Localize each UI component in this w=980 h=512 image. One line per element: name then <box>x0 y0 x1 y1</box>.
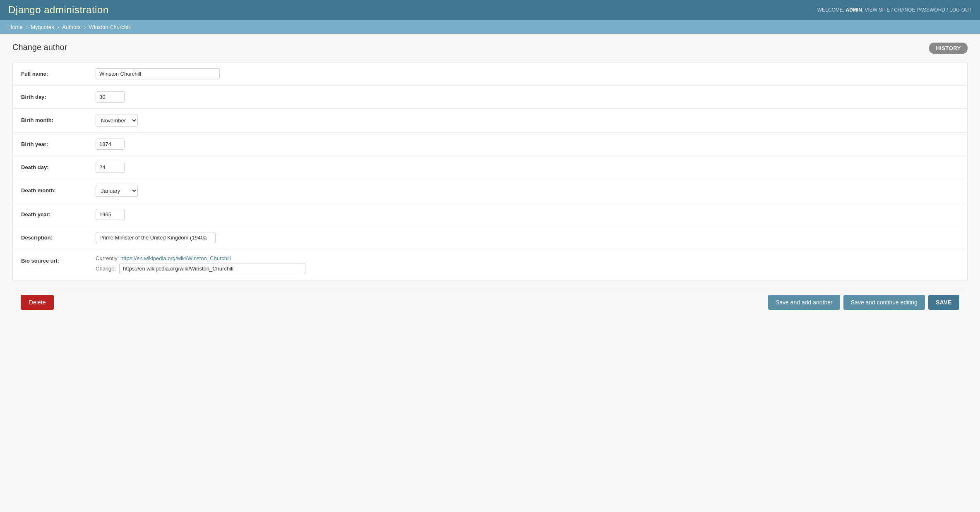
full-name-input[interactable] <box>96 68 220 79</box>
death-month-label: Death month: <box>21 185 96 194</box>
breadcrumb-authors[interactable]: Authors <box>62 24 81 30</box>
bio-currently-link[interactable]: https://en.wikipedia.org/wiki/Winston_Ch… <box>120 255 231 261</box>
save-add-another-button[interactable]: Save and add another <box>768 295 840 310</box>
description-label: Description: <box>21 232 96 241</box>
delete-button[interactable]: Delete <box>21 295 54 310</box>
death-month-row: Death month: JanuaryFebruaryMarchAprilMa… <box>13 179 967 203</box>
view-site-link[interactable]: VIEW SITE <box>865 7 890 13</box>
birth-month-field: JanuaryFebruaryMarchAprilMayJuneJulyAugu… <box>96 115 959 127</box>
bio-currently-label: Currently: <box>96 255 119 261</box>
history-button[interactable]: HISTORY <box>929 43 968 54</box>
description-row: Description: <box>13 226 967 249</box>
birth-year-label: Birth year: <box>21 139 96 147</box>
birth-month-select[interactable]: JanuaryFebruaryMarchAprilMayJuneJulyAugu… <box>96 115 138 127</box>
welcome-text: WELCOME, <box>817 7 846 13</box>
page-title: Change author <box>12 43 67 52</box>
user-tools: WELCOME, ADMIN. VIEW SITE / CHANGE PASSW… <box>817 7 972 13</box>
page-title-row: Change author HISTORY <box>12 43 968 54</box>
branding: Django administration <box>8 4 109 16</box>
breadcrumb-home[interactable]: Home <box>8 24 23 30</box>
death-day-label: Death day: <box>21 162 96 170</box>
content-main: Change author HISTORY Full name: Birth d… <box>0 34 980 324</box>
death-month-field: JanuaryFebruaryMarchAprilMayJuneJulyAugu… <box>96 185 959 197</box>
full-name-field <box>96 68 959 79</box>
change-password-link[interactable]: CHANGE PASSWORD <box>894 7 945 13</box>
brand-link[interactable]: Django administration <box>8 4 109 15</box>
birth-month-row: Birth month: JanuaryFebruaryMarchAprilMa… <box>13 109 967 133</box>
save-continue-editing-button[interactable]: Save and continue editing <box>843 295 925 310</box>
breadcrumb-current: Winston Churchill <box>89 24 131 30</box>
save-buttons: Save and add another Save and continue e… <box>768 295 959 310</box>
save-button[interactable]: SAVE <box>928 295 959 310</box>
full-name-row: Full name: <box>13 62 967 86</box>
death-month-select[interactable]: JanuaryFebruaryMarchAprilMayJuneJulyAugu… <box>96 185 138 197</box>
birth-year-field <box>96 139 959 150</box>
bio-source-url-row: Bio source url: Currently: https://en.wi… <box>13 249 967 280</box>
bio-url-input[interactable] <box>119 263 305 274</box>
bio-change-label: Change: <box>96 266 116 272</box>
bio-currently-row: Currently: https://en.wikipedia.org/wiki… <box>96 255 959 261</box>
death-year-label: Death year: <box>21 209 96 218</box>
birth-year-input[interactable] <box>96 139 125 150</box>
death-year-input[interactable] <box>96 209 125 220</box>
bio-change-row: Change: <box>96 263 959 274</box>
description-field <box>96 232 959 243</box>
breadcrumb-myquotes[interactable]: Myquotes <box>31 24 54 30</box>
change-form: Full name: Birth day: Birth month: Janua… <box>12 62 968 280</box>
bio-source-url-field: Currently: https://en.wikipedia.org/wiki… <box>96 255 959 274</box>
description-input[interactable] <box>96 232 216 243</box>
death-day-field <box>96 162 959 173</box>
death-year-field <box>96 209 959 220</box>
birth-year-row: Birth year: <box>13 133 967 156</box>
death-day-input[interactable] <box>96 162 125 173</box>
birth-month-label: Birth month: <box>21 115 96 123</box>
death-year-row: Death year: <box>13 203 967 226</box>
birth-day-field <box>96 91 959 103</box>
breadcrumb: Home › Myquotes › Authors › Winston Chur… <box>0 20 980 34</box>
death-day-row: Death day: <box>13 156 967 179</box>
log-out-link[interactable]: LOG OUT <box>949 7 972 13</box>
birth-day-input[interactable] <box>96 91 125 103</box>
birth-day-row: Birth day: <box>13 86 967 109</box>
admin-name: ADMIN <box>845 7 862 13</box>
birth-day-label: Birth day: <box>21 91 96 100</box>
bio-source-url-label: Bio source url: <box>21 255 96 264</box>
submit-row: Delete Save and add another Save and con… <box>12 289 968 316</box>
header: Django administration WELCOME, ADMIN. VI… <box>0 0 980 20</box>
full-name-label: Full name: <box>21 68 96 77</box>
